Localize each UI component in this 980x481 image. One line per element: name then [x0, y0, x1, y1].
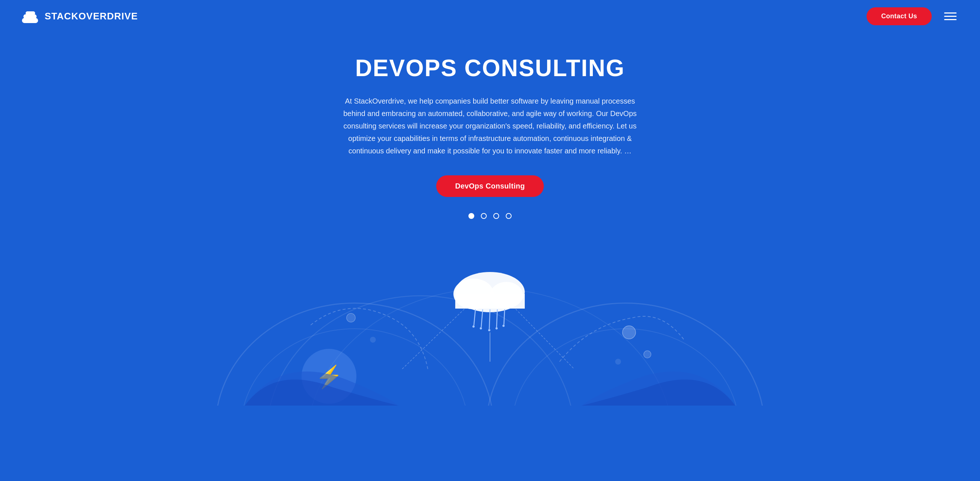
- header: STACKOVERDRIVE Contact Us: [0, 0, 980, 33]
- svg-line-12: [474, 310, 476, 325]
- logo-icon: [22, 10, 40, 23]
- hamburger-line-1: [944, 13, 956, 14]
- illustration-area: ⚡: [0, 252, 980, 406]
- hamburger-line-3: [944, 19, 956, 20]
- svg-line-23: [402, 309, 465, 369]
- logo[interactable]: STACKOVERDRIVE: [22, 10, 138, 23]
- cloud-shape-3: [25, 11, 35, 15]
- svg-line-15: [496, 310, 497, 327]
- svg-point-20: [495, 327, 498, 330]
- carousel-dots: [468, 213, 512, 219]
- svg-line-16: [504, 310, 504, 324]
- svg-point-26: [644, 351, 651, 358]
- carousel-dot-1[interactable]: [468, 213, 474, 219]
- page-title: DEVOPS CONSULTING: [355, 54, 625, 82]
- svg-point-21: [503, 325, 504, 327]
- hamburger-line-2: [944, 16, 956, 17]
- carousel-dot-4[interactable]: [506, 213, 512, 219]
- contact-us-button[interactable]: Contact Us: [867, 7, 932, 25]
- carousel-dot-2[interactable]: [481, 213, 487, 219]
- logo-text: STACKOVERDRIVE: [45, 11, 138, 22]
- main-content: DEVOPS CONSULTING At StackOverdrive, we …: [0, 33, 980, 255]
- devops-consulting-button[interactable]: DevOps Consulting: [436, 175, 544, 197]
- svg-point-27: [615, 359, 621, 365]
- carousel-dot-3[interactable]: [493, 213, 499, 219]
- svg-rect-11: [455, 294, 525, 309]
- hero-description: At StackOverdrive, we help companies bui…: [340, 95, 640, 157]
- hamburger-menu-button[interactable]: [943, 11, 958, 22]
- hero-illustration: ⚡: [0, 252, 980, 406]
- svg-point-18: [480, 327, 482, 330]
- svg-line-13: [481, 310, 483, 327]
- svg-point-29: [370, 337, 376, 342]
- svg-point-17: [473, 325, 475, 328]
- svg-point-28: [347, 313, 355, 322]
- header-right: Contact Us: [867, 7, 958, 25]
- svg-point-25: [622, 326, 636, 339]
- svg-line-14: [489, 310, 490, 329]
- svg-point-19: [488, 329, 490, 331]
- cloud-shape-1: [22, 18, 38, 23]
- svg-line-24: [515, 309, 574, 369]
